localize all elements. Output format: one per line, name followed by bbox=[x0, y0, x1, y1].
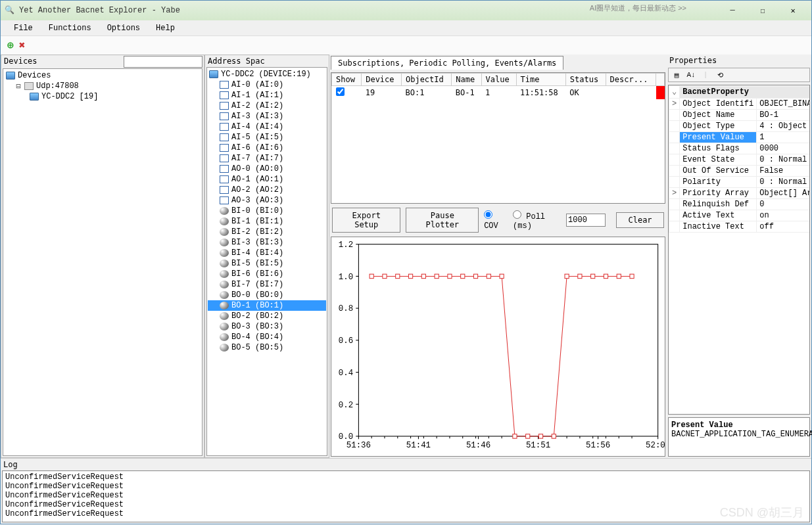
delete-icon[interactable]: ✖ bbox=[19, 39, 26, 52]
address-object-item[interactable]: AO-2 (AO:2) bbox=[208, 185, 326, 195]
cov-radio-label[interactable]: COV bbox=[484, 210, 508, 231]
devices-filter-input[interactable] bbox=[124, 56, 203, 68]
menu-functions[interactable]: Functions bbox=[42, 22, 98, 34]
address-object-item[interactable]: BO-2 (BO:2) bbox=[208, 311, 326, 321]
property-row[interactable]: Relinquish Def0 bbox=[669, 198, 811, 210]
property-value[interactable]: OBJECT_BINARY_OUTP bbox=[757, 98, 810, 109]
address-object-item[interactable]: AI-5 (AI:5) bbox=[208, 132, 326, 143]
plot-area[interactable]: 0.00.20.40.60.81.01.251:3651:4151:4651:5… bbox=[331, 237, 665, 457]
poll-radio[interactable] bbox=[513, 210, 521, 219]
menu-help[interactable]: Help bbox=[149, 22, 181, 34]
address-object-item[interactable]: AI-4 (AI:4) bbox=[208, 122, 326, 132]
column-header[interactable]: Time bbox=[516, 74, 565, 86]
column-header[interactable]: Value bbox=[481, 74, 516, 86]
address-object-item[interactable]: AO-1 (AO:1) bbox=[208, 174, 326, 185]
clear-button[interactable]: Clear bbox=[616, 212, 664, 228]
tab-subscriptions[interactable]: Subscriptions, Periodic Polling, Events/… bbox=[331, 56, 563, 70]
device-label[interactable]: YC-DDC2 [19] bbox=[41, 92, 98, 101]
table-row[interactable]: 19 BO:1 BO-1 1 11:51:58 OK bbox=[332, 86, 665, 100]
address-device-header[interactable]: YC-DDC2 (DEVICE:19) bbox=[208, 69, 326, 80]
property-row[interactable]: Object Type4 : Object Binary bbox=[669, 120, 811, 131]
address-object-item[interactable]: AI-6 (AI:6) bbox=[208, 143, 326, 153]
address-object-item[interactable]: AI-3 (AI:3) bbox=[208, 111, 326, 122]
address-object-item[interactable]: BO-4 (BO:4) bbox=[208, 332, 326, 342]
menu-file[interactable]: File bbox=[7, 22, 39, 34]
property-value[interactable]: on bbox=[757, 210, 810, 221]
property-expander[interactable]: > bbox=[669, 98, 680, 109]
property-row[interactable]: Event State0 : Normal bbox=[669, 154, 811, 165]
address-object-item[interactable]: BI-7 (BI:7) bbox=[208, 279, 326, 290]
address-object-item[interactable]: BO-1 (BO:1) bbox=[208, 300, 326, 311]
property-grid[interactable]: ⌄BacnetProperty >Object IdentifiOBJECT_B… bbox=[668, 85, 810, 415]
pause-plotter-button[interactable]: Pause Plotter bbox=[406, 208, 479, 233]
address-object-item[interactable]: AI-7 (AI:7) bbox=[208, 153, 326, 164]
object-icon bbox=[220, 312, 229, 320]
column-header[interactable]: Device bbox=[362, 74, 402, 86]
devices-panel: Devices Devices ⊟Udp:47808 YC-DDC2 [19] bbox=[1, 55, 204, 458]
address-object-item[interactable]: AI-2 (AI:2) bbox=[208, 101, 326, 111]
property-value[interactable]: off bbox=[757, 221, 810, 232]
poll-ms-input[interactable] bbox=[566, 214, 606, 227]
property-value[interactable]: 0 : Normal bbox=[757, 176, 810, 187]
refresh-icon[interactable]: ⟲ bbox=[715, 70, 725, 80]
column-header[interactable]: Descr... bbox=[606, 74, 656, 86]
property-value[interactable]: 1 bbox=[757, 131, 810, 143]
column-header[interactable]: Status bbox=[565, 74, 606, 86]
alphabetical-icon[interactable]: A↓ bbox=[686, 70, 696, 80]
property-row[interactable]: Present Value1 bbox=[669, 131, 811, 143]
show-checkbox[interactable] bbox=[336, 87, 345, 96]
property-row[interactable]: Inactive Textoff bbox=[669, 221, 811, 232]
address-object-item[interactable]: BI-3 (BI:3) bbox=[208, 237, 326, 248]
categorized-icon[interactable]: ▤ bbox=[671, 70, 682, 80]
column-header[interactable]: ObjectId bbox=[401, 74, 451, 86]
address-object-item[interactable]: AI-0 (AI:0) bbox=[208, 80, 326, 90]
property-row[interactable]: >Priority ArrayObject[] Array bbox=[669, 187, 811, 198]
devices-tree[interactable]: Devices ⊟Udp:47808 YC-DDC2 [19] bbox=[3, 68, 203, 456]
property-value[interactable]: 0 : Normal bbox=[757, 154, 810, 165]
svg-rect-0 bbox=[358, 244, 657, 436]
cell-time: 11:51:58 bbox=[516, 86, 565, 100]
column-header[interactable]: Show bbox=[332, 74, 362, 86]
address-object-item[interactable]: BI-2 (BI:2) bbox=[208, 227, 326, 237]
poll-radio-label[interactable]: Poll (ms) bbox=[513, 210, 561, 231]
address-space-list[interactable]: YC-DDC2 (DEVICE:19)AI-0 (AI:0)AI-1 (AI:1… bbox=[206, 67, 327, 456]
address-object-item[interactable]: BO-0 (BO:0) bbox=[208, 290, 326, 300]
tree-expander[interactable]: ⊟ bbox=[15, 81, 22, 91]
address-object-item[interactable]: BI-6 (BI:6) bbox=[208, 269, 326, 279]
property-row[interactable]: Object NameBO-1 bbox=[669, 109, 811, 120]
property-value[interactable]: BO-1 bbox=[757, 109, 810, 120]
property-row[interactable]: >Object IdentifiOBJECT_BINARY_OUTP bbox=[669, 98, 811, 109]
property-value[interactable]: 0000 bbox=[757, 143, 810, 154]
address-object-item[interactable]: BI-0 (BI:0) bbox=[208, 206, 326, 216]
property-row[interactable]: Active Texton bbox=[669, 210, 811, 221]
titlebar[interactable]: 🔍 Yet Another Bacnet Explorer - Yabe AI圈… bbox=[1, 1, 811, 20]
category-expander[interactable]: ⌄ bbox=[669, 86, 680, 99]
menu-options[interactable]: Options bbox=[101, 22, 147, 34]
address-object-item[interactable]: BI-4 (BI:4) bbox=[208, 248, 326, 258]
address-object-item[interactable]: BI-5 (BI:5) bbox=[208, 258, 326, 269]
log-body[interactable]: UnconfirmedServiceRequestUnconfirmedServ… bbox=[2, 470, 810, 522]
address-object-item[interactable]: AO-3 (AO:3) bbox=[208, 195, 326, 206]
minimize-button[interactable]: ─ bbox=[718, 3, 747, 18]
network-label[interactable]: Udp:47808 bbox=[36, 81, 79, 91]
maximize-button[interactable]: ☐ bbox=[748, 3, 777, 18]
devices-root-label[interactable]: Devices bbox=[18, 71, 51, 80]
column-header[interactable]: Name bbox=[452, 74, 481, 86]
address-object-item[interactable]: BI-1 (BI:1) bbox=[208, 216, 326, 227]
address-object-item[interactable]: AO-0 (AO:0) bbox=[208, 164, 326, 174]
add-icon[interactable]: ⊕ bbox=[7, 39, 14, 52]
property-expander[interactable]: > bbox=[669, 187, 680, 198]
cov-radio[interactable] bbox=[484, 210, 492, 219]
property-value[interactable]: 4 : Object Binary bbox=[757, 120, 810, 131]
property-row[interactable]: Polarity0 : Normal bbox=[669, 176, 811, 187]
export-setup-button[interactable]: Export Setup bbox=[332, 208, 400, 233]
close-button[interactable]: ✕ bbox=[778, 3, 807, 18]
address-object-item[interactable]: AI-1 (AI:1) bbox=[208, 90, 326, 101]
property-row[interactable]: Out Of ServiceFalse bbox=[669, 165, 811, 176]
property-value[interactable]: False bbox=[757, 165, 810, 176]
property-value[interactable]: Object[] Array bbox=[757, 187, 810, 198]
property-value[interactable]: 0 bbox=[757, 198, 810, 210]
address-object-item[interactable]: BO-5 (BO:5) bbox=[208, 342, 326, 353]
property-row[interactable]: Status Flags0000 bbox=[669, 143, 811, 154]
address-object-item[interactable]: BO-3 (BO:3) bbox=[208, 321, 326, 332]
